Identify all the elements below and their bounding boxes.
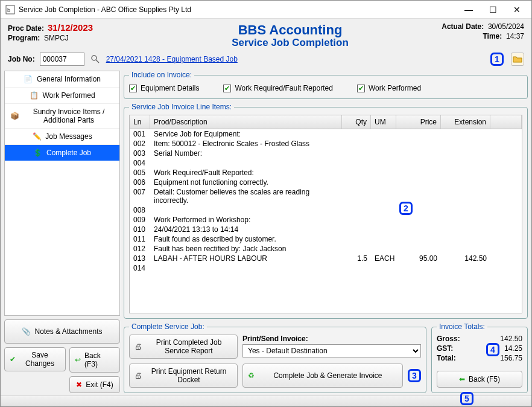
include-legend: Include on Invoice: (129, 71, 194, 79)
program-value: SMPCJ (44, 34, 69, 42)
table-row[interactable]: 003Serial Number: (130, 149, 522, 158)
titlebar: b Service Job Completion - ABC Office Su… (1, 1, 531, 19)
close-icon: ✖ (76, 380, 82, 389)
complete-icon: 💲 (33, 149, 43, 157)
table-row[interactable]: 013LABAH - AFTER HOURS LABOUR1.5EACH95.0… (130, 254, 522, 263)
table-row[interactable]: 01024/04/2021 13:13 to 14:14 (130, 225, 522, 234)
nav-list: 📄General Information 📋Work Performed 📦Su… (4, 71, 120, 316)
table-row[interactable]: 008 (130, 205, 522, 215)
svg-line-3 (96, 60, 99, 63)
table-row[interactable]: 005Work Required/Fault Reported: (130, 168, 522, 178)
content: 📄General Information 📋Work Performed 📦Su… (1, 71, 531, 396)
close-button[interactable]: ✕ (505, 1, 529, 18)
gst-label: GST: (437, 344, 480, 353)
parts-icon: 📦 (10, 112, 19, 120)
print-return-docket-button[interactable]: 🖨Print Equipment Return Docket (129, 364, 238, 388)
brand-subtitle: Service Job Completion (189, 37, 391, 49)
chk-work-required[interactable]: ✔Work Required/Fault Reported (223, 84, 333, 92)
nav-job-messages[interactable]: ✏️Job Messages (5, 129, 119, 145)
proc-date-label: Proc Date: (8, 24, 44, 33)
notes-icon: 📎 (22, 327, 31, 336)
statusbar: 5 (1, 396, 531, 406)
chk-equipment-details[interactable]: ✔Equipment Details (129, 84, 199, 92)
job-link[interactable]: 27/04/2021 1428 - Equipment Based Job (106, 55, 238, 63)
actual-date-label: Actual Date: (442, 22, 484, 31)
program-label: Program: (8, 34, 40, 42)
table-row[interactable]: 006Equipment not functioning correctly. (130, 178, 522, 187)
nav-sundry-items[interactable]: 📦Sundry Invoice Items / Additional Parts (5, 104, 119, 129)
printer-icon: 🖨 (135, 342, 142, 351)
svg-text:b: b (7, 7, 10, 13)
include-on-invoice-box: Include on Invoice: ✔Equipment Details ✔… (124, 71, 528, 99)
grid-body[interactable]: 001Service Job for Equipment:002Item: 50… (129, 129, 522, 313)
callout-badge-4: 4 (486, 343, 499, 356)
nav-general-information[interactable]: 📄General Information (5, 71, 119, 88)
jobno-input[interactable] (40, 53, 84, 66)
print-service-report-button[interactable]: 🖨Print Completed Job Service Report (129, 335, 238, 359)
app-icon: b (5, 5, 15, 14)
left-arrow-icon: ⬅ (459, 375, 465, 383)
search-icon[interactable] (89, 53, 101, 65)
minimize-button[interactable]: — (457, 1, 481, 18)
check-icon: ✔ (10, 355, 16, 364)
grid-header: Ln Prod/Description Qty UM Price Extensi… (129, 115, 522, 129)
chk-work-performed[interactable]: ✔Work Performed (357, 84, 421, 92)
jobno-label: Job No: (8, 55, 35, 63)
line-items-legend: Service Job Invoice Line Items: (129, 103, 234, 111)
save-changes-button[interactable]: ✔Save Changes (4, 347, 66, 371)
time-label: Time: (483, 32, 502, 40)
table-row[interactable]: 001Service Job for Equipment: (130, 129, 522, 139)
exit-f4-button[interactable]: ✖Exit (F4) (69, 376, 120, 393)
print-send-label: Print/Send Invoice: (242, 335, 421, 343)
nav-complete-job[interactable]: 💲Complete Job (5, 145, 119, 161)
window: b Service Job Completion - ABC Office Su… (0, 0, 532, 407)
col-desc[interactable]: Prod/Description (150, 115, 342, 129)
table-row[interactable]: 009Work Performed in Workshop: (130, 215, 522, 225)
gross-value: 142.50 (480, 335, 522, 343)
col-ext[interactable]: Extension (441, 115, 490, 129)
bottom-panel: Complete Service Job: 🖨Print Completed J… (124, 322, 528, 393)
back-f3-button[interactable]: ↩Back (F3) (69, 347, 120, 373)
col-ln[interactable]: Ln (130, 115, 150, 129)
back-arrow-icon: ↩ (75, 356, 81, 364)
time-value: 14:37 (506, 32, 524, 40)
proc-date: 31/12/2023 (48, 22, 93, 33)
complete-service-job-box: Complete Service Job: 🖨Print Completed J… (124, 322, 426, 393)
actual-date: 30/05/2024 (488, 22, 524, 31)
callout-badge-3: 3 (408, 369, 421, 382)
window-title: Service Job Completion - ABC Office Supp… (19, 5, 457, 14)
svg-point-2 (92, 56, 97, 60)
col-price[interactable]: Price (396, 115, 441, 129)
nav-work-performed[interactable]: 📋Work Performed (5, 88, 119, 104)
table-row[interactable]: 014 (130, 263, 522, 273)
line-items-box: Service Job Invoice Line Items: Ln Prod/… (124, 103, 528, 319)
complete-legend: Complete Service Job: (129, 322, 207, 331)
col-um[interactable]: UM (371, 115, 396, 129)
complete-generate-invoice-button[interactable]: ♻Complete Job & Generate Invoice (242, 364, 403, 388)
sidebar: 📄General Information 📋Work Performed 📦Su… (4, 71, 120, 393)
info-icon: 📄 (24, 75, 33, 83)
folder-icon[interactable] (511, 53, 524, 66)
table-row[interactable]: 002Item: 500012 - Electronic Scales - Fr… (130, 139, 522, 149)
callout-badge-1: 1 (490, 53, 504, 66)
brand-title: BBS Accounting (189, 22, 391, 38)
maximize-button[interactable]: ☐ (481, 1, 505, 18)
back-f5-button[interactable]: ⬅Back (F5) (437, 371, 522, 388)
table-row[interactable]: 011Fault found as described by customer. (130, 234, 522, 244)
invoice-totals-box: Invoice Totals: Gross:142.50 GST:14.25 T… (431, 322, 528, 393)
table-row[interactable]: 004 (130, 158, 522, 168)
header: Proc Date:31/12/2023 Program: SMPCJ BBS … (1, 19, 531, 50)
table-row[interactable]: 007Detail: Customer believes the scales … (130, 187, 522, 205)
messages-icon: ✏️ (32, 132, 42, 141)
work-icon: 📋 (29, 91, 39, 100)
printer-icon: 🖨 (135, 371, 142, 380)
callout-badge-2: 2 (399, 202, 413, 215)
col-qty[interactable]: Qty (342, 115, 371, 129)
total-label: Total: (437, 354, 480, 362)
print-send-select[interactable]: Yes - Default Destination (242, 344, 421, 357)
gross-label: Gross: (437, 335, 480, 343)
table-row[interactable]: 012Fault has been rectified by: Jack Jac… (130, 244, 522, 254)
notes-attachments-button[interactable]: 📎Notes & Attachments (4, 319, 120, 344)
recycle-icon: ♻ (248, 371, 255, 380)
job-row: Job No: 27/04/2021 1428 - Equipment Base… (1, 50, 531, 71)
